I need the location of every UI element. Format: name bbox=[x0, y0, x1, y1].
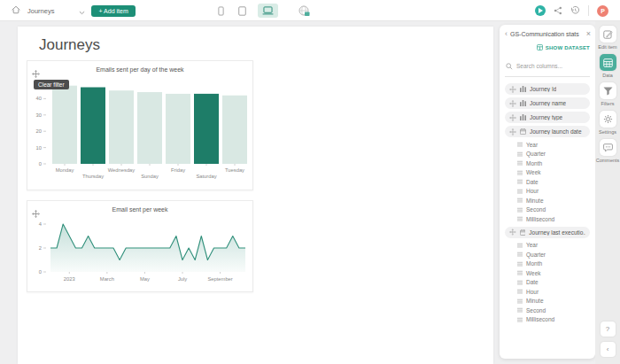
level-icon bbox=[517, 298, 523, 304]
column-subitem-date[interactable]: Date bbox=[517, 177, 595, 187]
add-item-button[interactable]: + Add item bbox=[91, 5, 135, 17]
level-icon bbox=[517, 142, 523, 147]
show-dataset-link[interactable]: SHOW DATASET bbox=[500, 40, 595, 55]
svg-text:2: 2 bbox=[39, 245, 42, 251]
svg-text:Wednesday: Wednesday bbox=[108, 167, 136, 173]
laptop-view-icon[interactable] bbox=[258, 4, 278, 18]
user-avatar[interactable]: P bbox=[597, 5, 608, 17]
column-subitem-year[interactable]: Year bbox=[517, 241, 595, 251]
level-icon bbox=[517, 261, 523, 267]
column-subitem-week[interactable]: Week bbox=[517, 168, 595, 178]
search-columns-box[interactable] bbox=[505, 55, 590, 77]
level-icon bbox=[517, 317, 523, 322]
home-icon[interactable] bbox=[11, 3, 21, 19]
move-handle-icon[interactable] bbox=[32, 205, 40, 221]
column-pill-journey-id[interactable]: Journey Id bbox=[505, 83, 590, 95]
close-icon[interactable]: × bbox=[586, 30, 591, 37]
svg-text:4: 4 bbox=[39, 221, 43, 227]
bar-saturday[interactable] bbox=[194, 94, 219, 164]
search-columns-input[interactable] bbox=[516, 63, 587, 69]
tablet-view-icon[interactable] bbox=[236, 4, 249, 18]
svg-text:Tuesday: Tuesday bbox=[225, 167, 244, 173]
bar-sunday[interactable] bbox=[137, 92, 162, 164]
data-button[interactable] bbox=[600, 54, 616, 71]
comment-icon bbox=[603, 140, 613, 156]
column-subitem-quarter[interactable]: Quarter bbox=[517, 150, 595, 159]
bar-monday[interactable] bbox=[52, 86, 77, 164]
datetime-icon bbox=[520, 229, 526, 236]
datetime-icon bbox=[520, 128, 526, 135]
column-subitem-minute[interactable]: Minute bbox=[517, 297, 595, 306]
column-subitem-second[interactable]: Second bbox=[517, 205, 595, 215]
svg-text:Sunday: Sunday bbox=[141, 174, 159, 179]
columns-panel: ‹ GS-Communication stats × SHOW DATASET … bbox=[500, 25, 595, 359]
bar-chart-card[interactable]: Emails sent per day of the week Clear fi… bbox=[27, 60, 253, 190]
column-subitem-millisecond[interactable]: Millisecond bbox=[517, 214, 595, 224]
svg-text:Monday: Monday bbox=[56, 167, 74, 173]
bar-friday[interactable] bbox=[166, 94, 190, 164]
bar-chart-title: Emails sent per day of the week bbox=[27, 61, 252, 73]
level-icon bbox=[517, 307, 523, 313]
drag-icon bbox=[509, 228, 516, 236]
mobile-view-icon[interactable] bbox=[215, 4, 227, 18]
drag-icon bbox=[509, 100, 516, 107]
column-subitem-minute[interactable]: Minute bbox=[517, 196, 595, 205]
hierarchy-icon bbox=[520, 86, 526, 92]
back-icon[interactable]: ‹ bbox=[505, 30, 508, 37]
bar-thursday[interactable] bbox=[81, 88, 105, 164]
drag-icon bbox=[509, 114, 516, 121]
level-icon bbox=[517, 170, 523, 175]
column-subitem-hour[interactable]: Hour bbox=[517, 287, 595, 297]
column-subitem-hour[interactable]: Hour bbox=[517, 187, 595, 197]
gear-icon bbox=[603, 112, 613, 128]
svg-text:0: 0 bbox=[39, 161, 42, 167]
svg-text:July: July bbox=[178, 276, 187, 282]
drag-icon bbox=[509, 86, 516, 93]
clear-filter-button[interactable]: Clear filter bbox=[34, 80, 69, 89]
column-subitem-millisecond[interactable]: Millisecond bbox=[517, 315, 595, 325]
svg-text:2023: 2023 bbox=[64, 276, 75, 282]
filters-button[interactable] bbox=[600, 82, 616, 99]
bar-chart[interactable]: 010203040MondayThursdayWednesdaySundayFr… bbox=[27, 75, 252, 189]
history-icon[interactable] bbox=[570, 3, 580, 19]
level-icon bbox=[517, 243, 523, 248]
line-chart[interactable]: 0242023MarchMayJulySeptember bbox=[27, 215, 252, 290]
level-icon bbox=[517, 151, 523, 157]
column-pill-journey-launch-date[interactable]: Journey launch date bbox=[505, 126, 590, 137]
bar-tuesday[interactable] bbox=[222, 96, 247, 164]
help-button[interactable]: ? bbox=[601, 321, 616, 337]
drag-icon bbox=[509, 128, 516, 136]
dataset-title: GS-Communication stats bbox=[510, 30, 584, 38]
share-icon[interactable] bbox=[554, 3, 562, 19]
line-chart-title: Email sent per week bbox=[27, 201, 252, 213]
columns-list: Journey IdJourney nameJourney typeJourne… bbox=[500, 81, 595, 324]
level-icon bbox=[517, 270, 523, 275]
edit-item-button[interactable] bbox=[600, 26, 616, 43]
svg-text:Saturday: Saturday bbox=[196, 174, 216, 179]
column-pill-journey-last-executio[interactable]: Journey last executio... bbox=[505, 227, 590, 238]
present-play-icon[interactable] bbox=[535, 5, 546, 16]
column-pill-journey-type[interactable]: Journey type bbox=[505, 112, 590, 123]
board-select[interactable]: Journeys bbox=[27, 3, 85, 19]
collapse-panel-button[interactable]: ‹ bbox=[601, 342, 616, 357]
rail-item-edit-item: Edit item bbox=[595, 26, 620, 50]
level-icon bbox=[517, 197, 523, 203]
comments-button[interactable] bbox=[600, 139, 616, 156]
column-subitem-month[interactable]: Month bbox=[517, 259, 595, 269]
column-pill-journey-name[interactable]: Journey name bbox=[505, 97, 590, 109]
level-icon bbox=[517, 289, 523, 294]
screen-size-icon[interactable] bbox=[296, 4, 313, 19]
column-subitem-second[interactable]: Second bbox=[517, 306, 595, 315]
level-icon bbox=[517, 189, 523, 194]
rail-label: Comments bbox=[596, 158, 620, 163]
svg-text:May: May bbox=[140, 276, 150, 282]
line-chart-card[interactable]: Email sent per week 0242023MarchMayJulyS… bbox=[27, 200, 253, 292]
bar-wednesday[interactable] bbox=[109, 90, 134, 164]
column-subitem-quarter[interactable]: Quarter bbox=[517, 250, 595, 259]
right-rail: Edit itemDataFiltersSettingsComments ? ‹ bbox=[595, 21, 620, 364]
column-subitem-month[interactable]: Month bbox=[517, 159, 595, 168]
column-subitem-date[interactable]: Date bbox=[517, 278, 595, 288]
column-subitem-week[interactable]: Week bbox=[517, 268, 595, 278]
settings-button[interactable] bbox=[600, 111, 616, 128]
column-subitem-year[interactable]: Year bbox=[517, 140, 595, 150]
